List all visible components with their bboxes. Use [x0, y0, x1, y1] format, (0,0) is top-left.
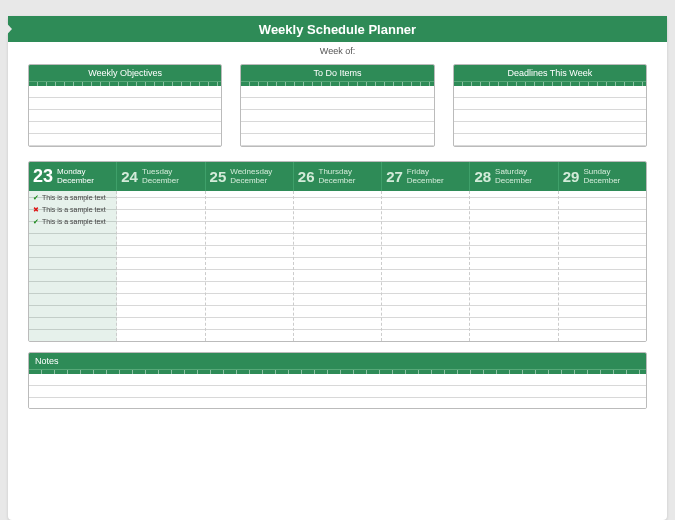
day-label: MondayDecember	[57, 168, 94, 186]
day-header[interactable]: 25WednesdayDecember	[206, 162, 294, 191]
item-text: This is a sample text	[42, 218, 106, 225]
x-icon: ✖	[32, 206, 39, 213]
day-number: 25	[210, 168, 227, 185]
day-header[interactable]: 23MondayDecember	[29, 162, 117, 191]
day-label: SundayDecember	[583, 168, 620, 186]
day-number: 29	[563, 168, 580, 185]
week-of-label: Week of:	[8, 42, 667, 64]
day-column[interactable]: ✔This is a sample text✖This is a sample …	[29, 191, 117, 341]
todo-block[interactable]: To Do Items	[240, 64, 434, 147]
notes-block[interactable]: Notes	[28, 352, 647, 409]
day-number: 28	[474, 168, 491, 185]
block-body[interactable]	[241, 86, 433, 146]
block-body[interactable]	[29, 86, 221, 146]
summary-blocks: Weekly Objectives To Do Items Deadlines …	[28, 64, 647, 147]
title-ribbon: Weekly Schedule Planner	[8, 16, 667, 42]
day-number: 26	[298, 168, 315, 185]
day-column[interactable]	[382, 191, 470, 341]
day-column[interactable]	[470, 191, 558, 341]
day-column[interactable]	[206, 191, 294, 341]
day-header[interactable]: 27FridayDecember	[382, 162, 470, 191]
day-column[interactable]	[294, 191, 382, 341]
check-icon: ✔	[32, 194, 39, 201]
block-title: Deadlines This Week	[454, 65, 646, 81]
block-title: To Do Items	[241, 65, 433, 81]
day-label: SaturdayDecember	[495, 168, 532, 186]
day-number: 23	[33, 166, 53, 187]
days-header-row: 23MondayDecember24TuesdayDecember25Wedne…	[29, 162, 646, 191]
day-label: FridayDecember	[407, 168, 444, 186]
day-number: 24	[121, 168, 138, 185]
check-icon: ✔	[32, 218, 39, 225]
deadlines-block[interactable]: Deadlines This Week	[453, 64, 647, 147]
item-text: This is a sample text	[42, 194, 106, 201]
notes-title: Notes	[29, 353, 646, 369]
item-text: This is a sample text	[42, 206, 106, 213]
days-body-row: ✔This is a sample text✖This is a sample …	[29, 191, 646, 341]
week-grid: 23MondayDecember24TuesdayDecember25Wedne…	[28, 161, 647, 342]
page-title: Weekly Schedule Planner	[259, 22, 416, 37]
day-header[interactable]: 29SundayDecember	[559, 162, 646, 191]
objectives-block[interactable]: Weekly Objectives	[28, 64, 222, 147]
day-header[interactable]: 24TuesdayDecember	[117, 162, 205, 191]
day-label: TuesdayDecember	[142, 168, 179, 186]
day-label: ThursdayDecember	[319, 168, 356, 186]
block-title: Weekly Objectives	[29, 65, 221, 81]
day-column[interactable]	[559, 191, 646, 341]
day-header[interactable]: 28SaturdayDecember	[470, 162, 558, 191]
day-item[interactable]: ✔This is a sample text	[29, 191, 116, 203]
planner-page: Weekly Schedule Planner Week of: Weekly …	[8, 16, 667, 520]
day-item[interactable]: ✔This is a sample text	[29, 215, 116, 227]
day-column[interactable]	[117, 191, 205, 341]
day-label: WednesdayDecember	[230, 168, 272, 186]
block-body[interactable]	[454, 86, 646, 146]
day-item[interactable]: ✖This is a sample text	[29, 203, 116, 215]
notes-body[interactable]	[29, 374, 646, 408]
day-number: 27	[386, 168, 403, 185]
day-header[interactable]: 26ThursdayDecember	[294, 162, 382, 191]
